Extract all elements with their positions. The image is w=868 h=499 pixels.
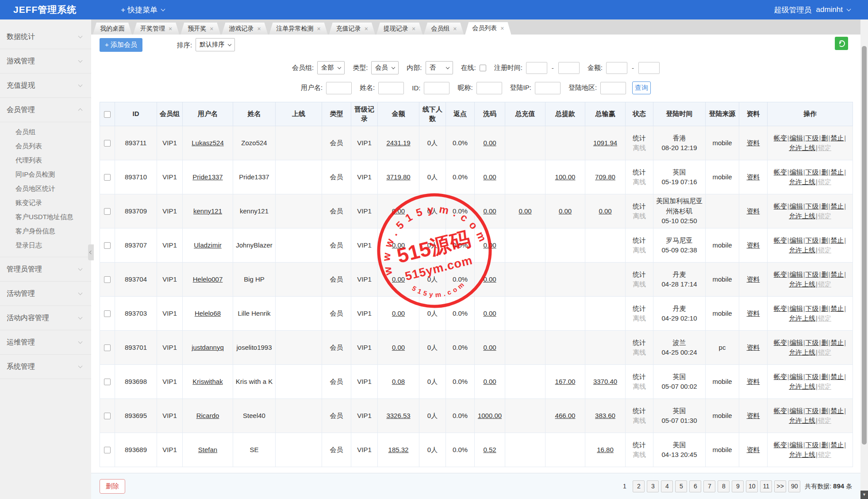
- row-checkbox[interactable]: [104, 140, 111, 147]
- internal-select[interactable]: 否: [426, 61, 453, 74]
- profile-link[interactable]: 资料: [747, 309, 760, 317]
- op-link-下级[interactable]: 下级: [806, 441, 819, 449]
- winloss-value-link[interactable]: 16.80: [597, 446, 614, 453]
- op-link-允许上线[interactable]: 允许上线: [789, 451, 815, 458]
- refresh-button[interactable]: [835, 37, 848, 50]
- regtime-start-input[interactable]: [526, 62, 547, 74]
- status-stat-link[interactable]: 统计: [627, 304, 651, 314]
- withdraw-value-link[interactable]: 466.00: [555, 412, 576, 419]
- row-checkbox[interactable]: [104, 242, 111, 249]
- nick-input[interactable]: [476, 82, 502, 94]
- tab-预开奖[interactable]: 预开奖×: [181, 23, 220, 35]
- close-icon[interactable]: ×: [257, 25, 261, 32]
- op-link-锁定[interactable]: 锁定: [818, 212, 831, 220]
- op-link-允许上线[interactable]: 允许上线: [789, 212, 815, 220]
- status-stat-link[interactable]: 统计: [627, 372, 651, 382]
- amount-value-link[interactable]: 0.00: [392, 275, 405, 283]
- op-link-下级[interactable]: 下级: [806, 134, 819, 142]
- username-link[interactable]: Helelo007: [193, 275, 223, 283]
- op-link-删[interactable]: 删: [821, 236, 828, 244]
- op-link-锁定[interactable]: 锁定: [818, 246, 831, 254]
- close-icon[interactable]: ×: [412, 25, 415, 32]
- sidebar-collapse-handle[interactable]: [88, 244, 94, 260]
- op-link-删[interactable]: 删: [821, 202, 828, 210]
- wash-value-link[interactable]: 0.00: [483, 275, 496, 283]
- sidebar-item-账变记录[interactable]: 账变记录: [0, 196, 91, 210]
- sidebar-section-管理员管理[interactable]: 管理员管理: [0, 257, 91, 282]
- op-link-帐变[interactable]: 帐变: [774, 441, 787, 449]
- op-link-禁止[interactable]: 禁止: [830, 373, 844, 380]
- add-member-button[interactable]: + 添加会员: [100, 38, 142, 52]
- amount-value-link[interactable]: 0.08: [392, 378, 405, 385]
- type-select[interactable]: 会员: [371, 61, 399, 74]
- page-button-9[interactable]: 9: [732, 480, 744, 492]
- op-link-编辑[interactable]: 编辑: [790, 271, 803, 278]
- op-link-删[interactable]: 删: [821, 441, 828, 449]
- row-checkbox[interactable]: [104, 413, 111, 419]
- page-button-1[interactable]: 1: [618, 480, 630, 492]
- wash-value-link[interactable]: 0.00: [483, 173, 496, 181]
- op-link-禁止[interactable]: 禁止: [830, 168, 844, 176]
- row-checkbox[interactable]: [104, 344, 111, 351]
- op-link-禁止[interactable]: 禁止: [830, 441, 844, 449]
- op-link-编辑[interactable]: 编辑: [790, 202, 803, 210]
- op-link-禁止[interactable]: 禁止: [830, 134, 844, 142]
- sidebar-section-会员管理[interactable]: 会员管理: [0, 98, 91, 122]
- user-menu[interactable]: 超级管理员 adminht: [774, 5, 850, 15]
- winloss-value-link[interactable]: 1091.94: [593, 139, 617, 147]
- withdraw-value-link[interactable]: 167.00: [555, 378, 576, 385]
- status-stat-link[interactable]: 统计: [627, 440, 651, 450]
- row-checkbox[interactable]: [104, 276, 111, 283]
- op-link-锁定[interactable]: 锁定: [818, 451, 831, 458]
- tab-提现记录[interactable]: 提现记录×: [376, 23, 422, 35]
- scrollbar-down-arrow[interactable]: ▼: [860, 491, 868, 499]
- username-link[interactable]: Pride1337: [192, 173, 223, 181]
- wash-value-link[interactable]: 0.00: [483, 241, 496, 249]
- page-button-6[interactable]: 6: [689, 480, 701, 492]
- op-link-允许上线[interactable]: 允许上线: [789, 144, 815, 151]
- profile-link[interactable]: 资料: [747, 446, 760, 453]
- status-stat-link[interactable]: 统计: [627, 167, 651, 178]
- username-link[interactable]: justdannyq: [192, 344, 224, 351]
- wash-value-link[interactable]: 0.52: [483, 446, 496, 453]
- close-icon[interactable]: ×: [453, 25, 457, 32]
- vertical-scrollbar[interactable]: ▼: [860, 19, 868, 499]
- op-link-允许上线[interactable]: 允许上线: [789, 417, 815, 424]
- page-button-10[interactable]: 10: [746, 480, 758, 492]
- delete-button[interactable]: 删除: [100, 479, 125, 494]
- sidebar-item-会员地区统计[interactable]: 会员地区统计: [0, 182, 91, 196]
- profile-link[interactable]: 资料: [747, 344, 760, 351]
- op-link-锁定[interactable]: 锁定: [818, 280, 831, 288]
- online-checkbox[interactable]: [480, 65, 486, 71]
- close-icon[interactable]: ×: [365, 25, 368, 32]
- username-input[interactable]: [326, 82, 352, 94]
- regtime-end-input[interactable]: [558, 62, 580, 74]
- sidebar-item-会员组[interactable]: 会员组: [0, 125, 91, 139]
- op-link-禁止[interactable]: 禁止: [830, 305, 844, 312]
- op-link-帐变[interactable]: 帐变: [774, 134, 787, 142]
- op-link-禁止[interactable]: 禁止: [830, 407, 844, 414]
- op-link-禁止[interactable]: 禁止: [830, 236, 844, 244]
- close-icon[interactable]: ×: [317, 25, 321, 32]
- login-area-input[interactable]: [600, 82, 626, 94]
- row-checkbox[interactable]: [104, 310, 111, 317]
- op-link-锁定[interactable]: 锁定: [818, 348, 831, 356]
- op-link-下级[interactable]: 下级: [806, 373, 819, 380]
- profile-link[interactable]: 资料: [747, 378, 760, 385]
- tab-我的桌面[interactable]: 我的桌面: [93, 23, 132, 35]
- op-link-删[interactable]: 删: [821, 407, 828, 414]
- tab-开奖管理[interactable]: 开奖管理×: [133, 23, 179, 35]
- op-link-锁定[interactable]: 锁定: [818, 178, 831, 186]
- sidebar-item-客户身份信息[interactable]: 客户身份信息: [0, 224, 91, 238]
- winloss-value-link[interactable]: 383.60: [595, 412, 615, 419]
- profile-link[interactable]: 资料: [747, 173, 760, 181]
- amount-value-link[interactable]: 3326.53: [386, 412, 410, 419]
- amount-value-link[interactable]: 0.00: [392, 309, 405, 317]
- username-link[interactable]: Stefan: [198, 446, 217, 453]
- op-link-禁止[interactable]: 禁止: [830, 339, 844, 346]
- tab-游戏记录[interactable]: 游戏记录×: [222, 23, 268, 35]
- wash-value-link[interactable]: 0.00: [483, 378, 496, 385]
- winloss-value-link[interactable]: 709.80: [595, 173, 615, 181]
- op-link-编辑[interactable]: 编辑: [790, 305, 803, 312]
- row-checkbox[interactable]: [104, 447, 111, 453]
